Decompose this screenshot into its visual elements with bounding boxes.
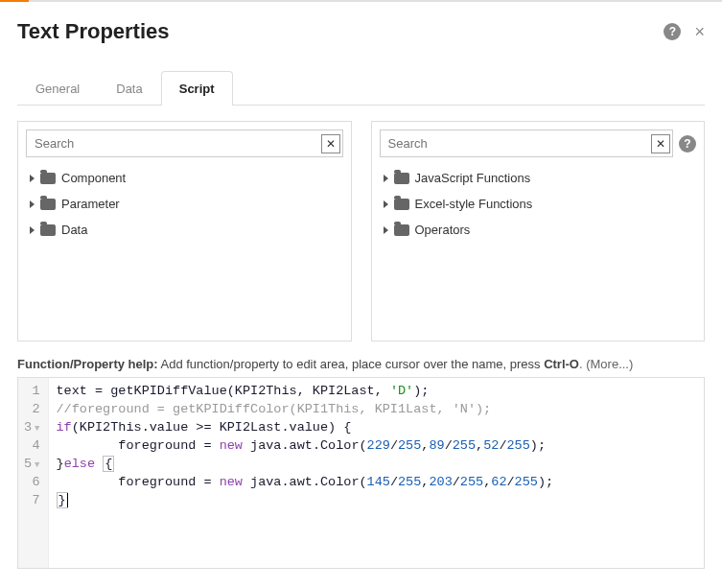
folder-icon (40, 224, 56, 236)
function-help-text: Function/Property help: Add function/pro… (17, 357, 705, 371)
tab-general[interactable]: General (17, 71, 98, 106)
tab-bar: General Data Script (17, 71, 705, 106)
tree-item-component[interactable]: Component (26, 165, 343, 191)
folder-icon (394, 224, 409, 236)
tree-item-js-functions[interactable]: JavaScript Functions (380, 165, 697, 191)
help-icon[interactable]: ? (664, 23, 681, 40)
left-search-input[interactable] (27, 130, 321, 156)
caret-right-icon (30, 226, 35, 234)
tree-label: Component (61, 171, 126, 185)
tree-item-operators[interactable]: Operators (380, 217, 697, 243)
dialog-title: Text Properties (17, 19, 170, 44)
line-number: 5 (24, 457, 32, 471)
fold-icon[interactable]: ▼ (35, 424, 39, 434)
help-body: Add function/property to edit area, plac… (158, 357, 545, 371)
right-search-wrap: ✕ (380, 129, 674, 157)
right-search-clear-icon[interactable]: ✕ (651, 134, 670, 153)
caret-right-icon (30, 200, 35, 208)
close-icon[interactable]: × (694, 22, 705, 42)
caret-right-icon (384, 226, 388, 234)
folder-icon (394, 173, 409, 184)
tree-item-data[interactable]: Data (26, 217, 343, 243)
right-tree-panel: ✕ ? JavaScript Functions Excel-style Fun… (371, 121, 706, 341)
folder-icon (40, 173, 56, 184)
tree-label: Operators (415, 223, 471, 237)
tree-item-parameter[interactable]: Parameter (26, 191, 343, 217)
line-number: 6 (32, 475, 39, 489)
tree-item-excel-functions[interactable]: Excel-style Functions (380, 191, 697, 217)
help-shortcut: Ctrl-O (544, 357, 579, 371)
tab-data[interactable]: Data (98, 71, 160, 106)
tree-label: Parameter (61, 197, 120, 211)
help-more-link[interactable]: . (More...) (579, 357, 633, 371)
text-cursor (67, 493, 68, 507)
dialog-header: Text Properties ? × (17, 2, 705, 54)
caret-right-icon (384, 200, 388, 208)
tree-label: Data (61, 223, 87, 237)
editor-gutter: 1 2 3▼ 4 5▼ 6 7 (18, 378, 49, 568)
line-number: 4 (32, 438, 39, 453)
right-search-input[interactable] (381, 130, 652, 156)
right-panel-help-icon[interactable]: ? (679, 135, 696, 153)
left-search-clear-icon[interactable]: ✕ (321, 134, 340, 153)
caret-right-icon (384, 175, 388, 182)
left-search-wrap: ✕ (26, 129, 343, 157)
tab-script[interactable]: Script (161, 71, 233, 106)
line-number: 7 (32, 493, 39, 507)
line-number: 3 (24, 420, 32, 435)
folder-icon (40, 199, 56, 210)
tree-label: Excel-style Functions (415, 197, 533, 211)
fold-icon[interactable]: ▼ (35, 460, 39, 470)
help-label: Function/Property help: (17, 357, 158, 371)
left-tree-panel: ✕ Component Parameter Data (17, 121, 352, 341)
folder-icon (394, 199, 409, 210)
line-number: 2 (32, 402, 39, 416)
line-number: 1 (32, 384, 39, 398)
caret-right-icon (30, 175, 35, 182)
code-editor[interactable]: 1 2 3▼ 4 5▼ 6 7 text = getKPIDiffValue(K… (17, 377, 705, 569)
tree-label: JavaScript Functions (415, 171, 531, 185)
editor-content[interactable]: text = getKPIDiffValue(KPI2This, KPI2Las… (49, 378, 704, 568)
